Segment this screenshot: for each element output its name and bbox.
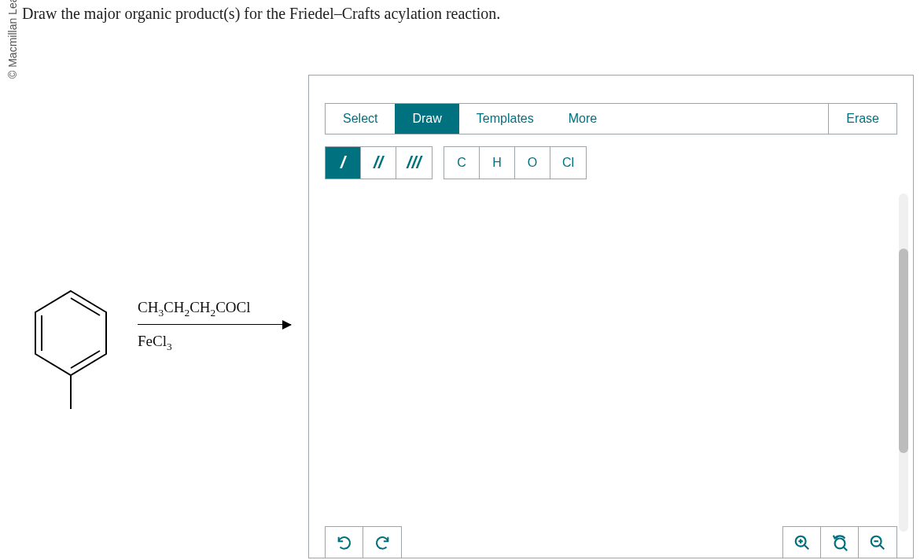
- atom-c-button[interactable]: C: [444, 147, 480, 179]
- svg-line-12: [880, 545, 885, 550]
- reaction-arrow-block: CH3CH2CH2COCl FeCl3: [138, 299, 303, 353]
- reaction-scheme: CH3CH2CH2COCl FeCl3: [8, 283, 307, 440]
- svg-line-6: [804, 545, 808, 550]
- zoom-in-button[interactable]: [783, 527, 821, 558]
- redo-icon: [374, 534, 391, 551]
- zoom-reset-icon: [831, 534, 849, 551]
- double-bond-icon: //: [374, 153, 383, 173]
- double-bond-tool[interactable]: //: [361, 147, 396, 179]
- tab-select[interactable]: Select: [326, 104, 395, 134]
- scrollbar-thumb[interactable]: [899, 249, 908, 453]
- zoom-group: [782, 526, 897, 558]
- drawing-canvas[interactable]: [310, 209, 893, 518]
- atom-tool-group: C H O Cl: [444, 146, 587, 179]
- copyright-text: © Macmillan Lea: [6, 0, 19, 79]
- editor-tool-toolbar: / // /// C H O Cl: [325, 146, 897, 179]
- triple-bond-icon: ///: [407, 153, 421, 173]
- triple-bond-tool[interactable]: ///: [396, 147, 432, 179]
- undo-button[interactable]: [326, 527, 363, 558]
- zoom-in-icon: [793, 534, 811, 551]
- scrollbar-track[interactable]: [899, 193, 908, 532]
- tab-templates[interactable]: Templates: [459, 104, 551, 134]
- svg-line-10: [843, 547, 847, 551]
- reaction-arrow: [138, 324, 291, 326]
- atom-cl-button[interactable]: Cl: [550, 147, 586, 179]
- editor-bottom-toolbar: [325, 526, 897, 558]
- single-bond-icon: /: [341, 153, 345, 173]
- redo-button[interactable]: [363, 527, 401, 558]
- undo-icon: [336, 534, 353, 551]
- svg-marker-0: [35, 291, 106, 375]
- editor-top-toolbar: Select Draw Templates More Erase: [325, 103, 897, 134]
- atom-o-button[interactable]: O: [515, 147, 550, 179]
- zoom-out-icon: [869, 534, 886, 551]
- catalyst-label: FeCl3: [138, 333, 303, 353]
- zoom-out-button[interactable]: [859, 527, 896, 558]
- single-bond-tool[interactable]: /: [326, 147, 361, 179]
- history-group: [325, 526, 402, 558]
- bond-tool-group: / // ///: [325, 146, 433, 179]
- tab-draw[interactable]: Draw: [395, 104, 458, 134]
- toluene-structure: [24, 283, 118, 425]
- tab-more[interactable]: More: [551, 104, 614, 134]
- structure-editor: Select Draw Templates More Erase / // //…: [308, 75, 914, 558]
- svg-point-9: [834, 539, 845, 549]
- acyl-chloride-reagent: CH3CH2CH2COCl: [138, 299, 303, 319]
- zoom-reset-button[interactable]: [821, 527, 859, 558]
- atom-h-button[interactable]: H: [480, 147, 515, 179]
- question-text: Draw the major organic product(s) for th…: [22, 5, 500, 23]
- tab-erase[interactable]: Erase: [828, 104, 896, 134]
